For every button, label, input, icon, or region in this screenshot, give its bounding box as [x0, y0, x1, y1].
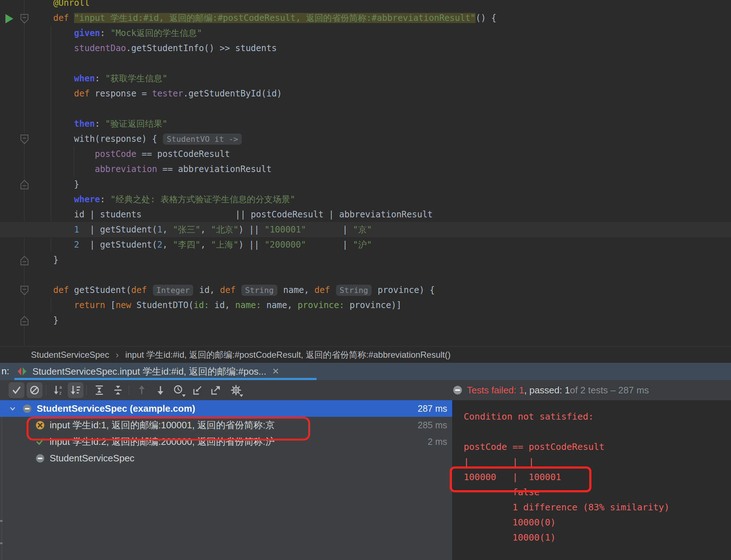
code-line: 1 | getStudent(1, "张三", "北京") || "100001… [0, 222, 731, 237]
close-icon[interactable]: ✕ [272, 366, 279, 376]
test-summary: Tests failed: 1 , passed: 1 of 2 tests –… [453, 380, 649, 400]
settings-button[interactable] [228, 382, 244, 398]
previous-failed-test-button[interactable] [134, 382, 150, 398]
code-line: } [0, 177, 731, 192]
sort-alphabetically-button[interactable]: az [50, 382, 66, 398]
fold-end-icon[interactable] [19, 179, 29, 190]
tests-terminated-icon [453, 385, 463, 395]
run-test-gutter-icon[interactable] [5, 14, 14, 24]
tests-failed-count: Tests failed: 1 [467, 385, 524, 396]
code-line: 2 | getStudent(2, "李四", "上海") || "200000… [0, 237, 731, 252]
sort-by-duration-button[interactable] [68, 382, 83, 398]
test-duration: 287 ms [418, 403, 447, 414]
chevron-down-icon [240, 394, 243, 397]
console-line: 10000(1) [453, 530, 731, 545]
code-line: where: "经典之处: 表格方式验证学生信息的分支场景" [0, 192, 731, 207]
console-line: Condition not satisfied: [453, 409, 731, 424]
fold-end-icon[interactable] [19, 255, 29, 266]
code-line [0, 267, 731, 283]
fold-collapse-icon[interactable] [19, 285, 29, 296]
svg-text:z: z [59, 390, 62, 396]
expand-all-button[interactable] [91, 382, 107, 398]
breadcrumb: StudentServiceSpec › input 学生id:#id, 返回的… [0, 346, 731, 363]
test-history-button[interactable] [171, 382, 186, 398]
toolbar-separator [129, 385, 129, 395]
code-line: def getStudent(def Integer id, def Strin… [0, 283, 731, 298]
code-line: def "input 学生id:#id, 返回的邮编:#postCodeResu… [0, 10, 731, 26]
suite-terminated-icon [22, 404, 32, 414]
code-line: postCode == postCodeResult [0, 146, 731, 162]
code-line: then: "验证返回结果" [0, 116, 731, 131]
test-tree-row[interactable]: StudentServiceSpec [0, 450, 452, 466]
test-duration: 285 ms [418, 420, 447, 430]
toolbar-separator [86, 385, 87, 395]
suite-terminated-icon [35, 453, 45, 463]
console-line: postCode == postCodeResult [453, 439, 731, 455]
annotation-box-failed-test [27, 417, 310, 441]
show-ignored-button[interactable] [27, 382, 42, 398]
run-tab-title: StudentServiceSpec.input 学生id:#id, 返回的邮编… [32, 365, 266, 378]
breadcrumb-separator-icon: › [115, 349, 119, 361]
fold-collapse-icon[interactable] [19, 134, 29, 145]
import-test-results-button[interactable] [190, 382, 206, 398]
run-tab[interactable]: StudentServiceSpec.input 学生id:#id, 返回的邮编… [17, 363, 279, 380]
annotation-box-diff-values [450, 466, 591, 492]
breadcrumb-method[interactable]: input 学生id:#id, 返回的邮编:#postCodeResult, 返… [125, 349, 450, 361]
code-lines: @Unrolldef "input 学生id:#id, 返回的邮编:#postC… [0, 0, 731, 328]
test-tree-row[interactable]: StudentServiceSpec (example.com)287 ms [0, 400, 452, 417]
code-line: } [0, 252, 731, 267]
code-line: given: "Mock返回的学生信息" [0, 26, 731, 41]
next-failed-test-button[interactable] [153, 382, 168, 398]
code-line: @Unroll [0, 0, 731, 10]
toolbar-separator [46, 385, 46, 395]
code-line: return [new StudentDTO(id: id, name: nam… [0, 298, 731, 313]
code-line [0, 101, 731, 116]
code-line: abbreviation == abbreviationResult [0, 162, 731, 177]
show-passed-button[interactable] [9, 382, 24, 398]
intellij-test-run-window: { "colors": { "editor_bg": "#2b2b2b", "t… [0, 0, 731, 560]
test-name: StudentServiceSpec (example.com) [37, 403, 195, 414]
code-line: } [0, 313, 731, 328]
collapse-all-button[interactable] [110, 382, 126, 398]
svg-text:a: a [59, 385, 62, 390]
console-line: 10000(0) [453, 515, 731, 530]
scrollbar-mark [0, 542, 3, 544]
code-line [0, 56, 731, 71]
code-line: when: "获取学生信息" [0, 71, 731, 86]
run-tab-strip: n: StudentServiceSpec.input 学生id:#id, 返回… [0, 363, 731, 380]
console-line [453, 424, 731, 439]
chevron-down-icon[interactable] [9, 405, 17, 412]
code-line: studentDao.getStudentInfo() >> students [0, 41, 731, 56]
export-test-results-button[interactable] [208, 382, 224, 398]
tests-passed-count: , passed: 1 [524, 385, 570, 396]
run-label-partial: n: [1, 363, 9, 380]
fold-end-icon[interactable] [19, 315, 29, 326]
test-name: StudentServiceSpec [50, 453, 135, 464]
code-editor[interactable]: @Unrolldef "input 学生id:#id, 返回的邮编:#postC… [0, 0, 731, 346]
fold-collapse-icon[interactable] [19, 13, 29, 24]
test-duration: 2 ms [428, 437, 447, 447]
chevron-down-icon [182, 394, 186, 397]
code-line: with(response) { StudentVO it -> [0, 131, 731, 146]
test-run-config-icon [17, 367, 27, 376]
code-line: def response = tester.getStudentById(id) [0, 86, 731, 101]
scrollbar-mark [0, 520, 3, 522]
console-line: 1 difference (83% similarity) [453, 500, 731, 515]
code-line: id | students || postCodeResult | abbrev… [0, 207, 731, 222]
breadcrumb-class[interactable]: StudentServiceSpec [31, 350, 109, 360]
tests-total-time: of 2 tests – 287 ms [570, 385, 649, 396]
